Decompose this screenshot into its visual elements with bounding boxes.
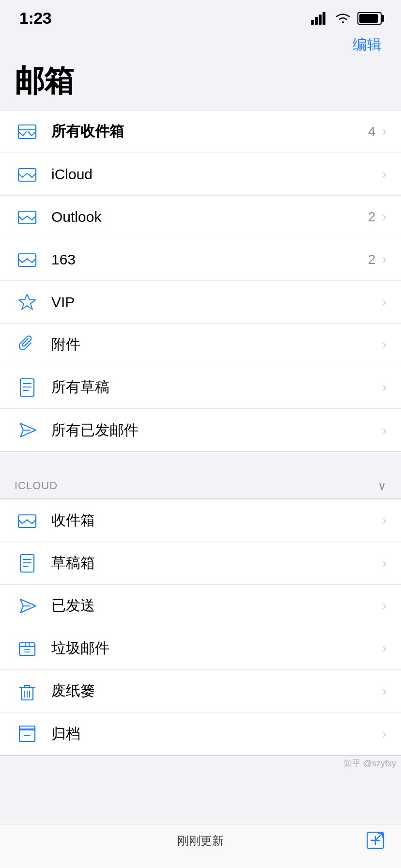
list-item-trash[interactable]: 废纸篓 ›: [0, 670, 401, 713]
list-item-attachments[interactable]: 附件 ›: [0, 324, 401, 366]
header: 编辑: [0, 32, 401, 57]
svg-rect-8: [18, 254, 36, 266]
attachments-chevron: ›: [382, 337, 386, 352]
all-inbox-badge: 4: [368, 124, 376, 140]
watermark: 知乎 @szyfxy: [0, 756, 401, 771]
junk-chevron: ›: [382, 641, 386, 656]
outlook-label: Outlook: [51, 209, 368, 225]
icloud-label: iCloud: [51, 166, 375, 183]
all-drafts-label: 所有草稿: [51, 377, 375, 397]
archive-icon: [15, 721, 40, 746]
status-icons: [311, 12, 382, 25]
compose-button[interactable]: [364, 829, 386, 853]
svg-rect-4: [18, 125, 36, 139]
bottom-spacer: 知乎 @szyfxy: [0, 756, 401, 814]
icloud-section-chevron: ∨: [378, 479, 386, 493]
signal-icon: [311, 12, 328, 25]
list-item-all-inbox[interactable]: 所有收件箱 4 ›: [0, 110, 401, 153]
inbox-chevron: ›: [382, 513, 386, 528]
bottom-toolbar: 刚刚更新: [0, 824, 401, 868]
inbox-icon: [15, 508, 40, 533]
sent-label: 已发送: [51, 596, 375, 616]
all-mailboxes-list: 所有收件箱 4 › iCloud › Outlook 2 ›: [0, 110, 401, 452]
drafts-icon: [15, 551, 40, 576]
outlook-badge: 2: [368, 209, 376, 225]
svg-rect-2: [319, 15, 322, 25]
icloud-icon: [15, 162, 40, 187]
svg-rect-16: [18, 515, 36, 527]
archive-chevron: ›: [382, 727, 386, 742]
svg-line-43: [375, 833, 383, 840]
list-item-junk[interactable]: 垃圾邮件 ›: [0, 627, 401, 670]
all-sent-chevron: ›: [382, 423, 386, 438]
toolbar-status-text: 刚刚更新: [15, 833, 386, 849]
status-bar: 1:23: [0, 0, 401, 32]
list-item-archive[interactable]: 归档 ›: [0, 713, 401, 755]
sent-icloud-icon: [15, 593, 40, 619]
svg-rect-0: [311, 20, 314, 25]
list-item-vip[interactable]: VIP ›: [0, 281, 401, 324]
icloud-chevron: ›: [382, 167, 386, 182]
svg-rect-7: [18, 211, 36, 224]
vip-star-icon: [15, 290, 40, 315]
all-sent-label: 所有已发邮件: [51, 420, 375, 440]
battery-icon: [357, 12, 382, 25]
wifi-icon: [334, 12, 352, 25]
page-title-section: 邮箱: [0, 57, 401, 110]
drafts-chevron: ›: [382, 556, 386, 571]
outlook-icon: [15, 204, 40, 230]
all-inbox-label: 所有收件箱: [51, 122, 368, 141]
vip-chevron: ›: [382, 294, 386, 310]
sent-icon: [15, 418, 40, 443]
svg-marker-9: [19, 294, 35, 310]
compose-icon: [364, 829, 386, 852]
163-badge: 2: [368, 252, 376, 267]
163-chevron: ›: [382, 252, 386, 267]
all-drafts-chevron: ›: [382, 380, 386, 395]
svg-rect-3: [323, 12, 325, 25]
all-inbox-chevron: ›: [382, 124, 386, 139]
junk-icon: [15, 636, 40, 661]
163-label: 163: [51, 251, 368, 268]
inbox-label: 收件箱: [51, 511, 375, 530]
list-item-sent[interactable]: 已发送 ›: [0, 585, 401, 627]
attachments-label: 附件: [51, 335, 375, 355]
archive-label: 归档: [51, 724, 375, 744]
svg-rect-6: [18, 169, 36, 181]
page-title: 邮箱: [15, 61, 386, 101]
list-item-163[interactable]: 163 2 ›: [0, 238, 401, 281]
list-item-all-sent[interactable]: 所有已发邮件 ›: [0, 409, 401, 451]
icloud-section-header[interactable]: ICLOUD ∨: [0, 471, 401, 499]
vip-label: VIP: [51, 294, 375, 310]
list-item-icloud[interactable]: iCloud ›: [0, 153, 401, 196]
trash-icon: [15, 679, 40, 704]
status-time: 1:23: [19, 9, 51, 28]
trash-label: 废纸篓: [51, 681, 375, 701]
icloud-section-label: ICLOUD: [15, 480, 58, 492]
163-icon: [15, 247, 40, 272]
list-item-drafts[interactable]: 草稿箱 ›: [0, 542, 401, 585]
paperclip-icon: [15, 332, 40, 357]
inbox-all-icon: [15, 119, 40, 144]
outlook-chevron: ›: [382, 209, 386, 224]
svg-rect-1: [315, 17, 318, 25]
icloud-list: 收件箱 › 草稿箱 › 已发送 ›: [0, 499, 401, 756]
list-item-all-drafts[interactable]: 所有草稿 ›: [0, 366, 401, 409]
draft-icon: [15, 375, 40, 400]
trash-chevron: ›: [382, 683, 386, 698]
sent-chevron: ›: [382, 598, 386, 613]
junk-label: 垃圾邮件: [51, 638, 375, 658]
list-item-outlook[interactable]: Outlook 2 ›: [0, 196, 401, 238]
svg-rect-23: [19, 643, 35, 655]
section-gap: [0, 452, 401, 471]
edit-button[interactable]: 编辑: [353, 35, 386, 55]
drafts-label: 草稿箱: [51, 553, 375, 573]
list-item-inbox[interactable]: 收件箱 ›: [0, 499, 401, 542]
